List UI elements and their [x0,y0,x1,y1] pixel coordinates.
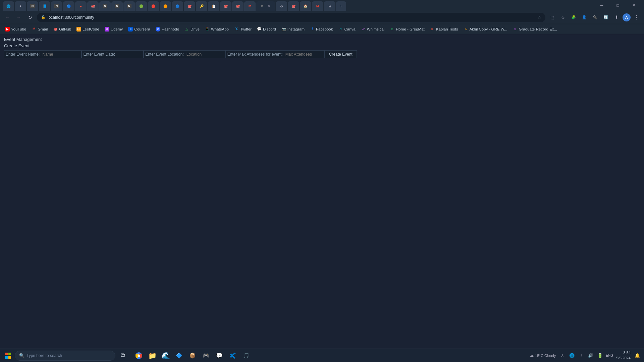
tab-15[interactable]: 🔵 [172,1,183,11]
bookmark-youtube[interactable]: ▶ YouTube [3,26,29,33]
bookmark-facebook[interactable]: f Facebook [308,26,335,33]
tab-3[interactable]: N [27,1,38,11]
tab-17-icon: 🔑 [199,4,204,8]
bookmark-udemy[interactable]: U Udemy [102,26,125,33]
bookmark-kaplan[interactable]: K Kaplan Tests [428,26,461,33]
tab-18[interactable]: 📋 [208,1,219,11]
menu-icon[interactable]: ⋮ [632,13,641,22]
tab-21[interactable]: M [244,1,256,11]
ime-icon[interactable]: ENG [605,352,613,360]
tab-4[interactable]: 📘 [39,1,50,11]
tab-27[interactable]: 🖥 [324,1,335,11]
taskbar-app-8[interactable]: 💬 [213,350,225,362]
bookmark-icon[interactable]: ☆ [558,13,568,22]
bookmark-whimsical[interactable]: W Whimsical [359,26,387,33]
extension2-icon[interactable]: 🔌 [590,13,600,22]
tab-22-icon: × [260,4,264,8]
bookmark-twitter[interactable]: 𝕏 Twitter [232,26,254,33]
tab-9[interactable]: N [99,1,111,11]
clock[interactable]: 8:54 5/5/2024 [616,350,631,361]
taskbar-app-chrome[interactable] [133,350,145,362]
bookmark-canva[interactable]: C Canva [336,26,358,33]
bookmark-kaplan-label: Kaplan Tests [436,27,458,31]
taskbar-app-task-view[interactable]: ⧉ [117,350,129,362]
bookmark-discord-label: Discord [263,27,276,31]
chevron-up-icon[interactable]: ∧ [558,352,567,360]
bookmark-gmail[interactable]: M Gmail [29,26,50,33]
address-bar[interactable]: 🔒 localhost:3000/community ☆ [37,13,545,22]
volume-icon[interactable]: 🔊 [587,352,595,360]
tab-22-close[interactable]: ✕ [266,3,272,9]
tab-1[interactable]: 🌐 [3,1,14,11]
taskbar-app-10[interactable]: 🎵 [240,350,252,362]
battery-icon[interactable]: 🔋 [596,352,604,360]
download-icon[interactable]: ⬇ [612,13,621,22]
tab-24[interactable]: 🐙 [288,1,299,11]
tab-new[interactable]: + [336,1,346,11]
tab-20[interactable]: 🐙 [232,1,244,11]
bookmark-leetcode[interactable]: LC LeetCode [74,26,102,33]
tab-16[interactable]: 🐙 [184,1,195,11]
taskbar-app-edge[interactable]: 🌊 [160,350,172,362]
event-date-input[interactable] [116,52,143,57]
profile-icon[interactable]: 👤 [580,13,589,22]
taskbar-app-vscode[interactable] [227,350,239,362]
kaplan-favicon: K [430,27,435,32]
bookmark-instagram[interactable]: 📷 Instagram [279,26,307,33]
tab-2[interactable]: ✦ [15,1,26,11]
tab-8[interactable]: 🐙 [87,1,99,11]
cast-icon[interactable]: ⬚ [547,13,557,22]
tab-17[interactable]: 🔑 [196,1,207,11]
user-avatar[interactable]: A [623,13,631,21]
taskbar-search-bar[interactable]: 🔍 Type here to search [15,351,115,361]
taskbar-app-6[interactable]: 📦 [186,350,199,362]
event-location-input[interactable] [185,52,225,57]
close-button[interactable]: ✕ [627,1,641,10]
taskbar-app-explorer[interactable]: 📁 [146,350,158,362]
bookmark-gregmat[interactable]: G Home - GregMat [387,26,427,33]
bluetooth-icon[interactable]: ᛒ [577,352,585,360]
maximize-button[interactable]: □ [610,1,625,10]
tab-12[interactable]: 🟢 [136,1,147,11]
bookmark-whatsapp[interactable]: 📱 WhatsApp [203,26,231,33]
tab-22-active[interactable]: × ✕ [256,1,275,11]
bookmark-gre[interactable]: G Graduate Record Ex... [511,26,559,33]
tab-23[interactable]: ⚙ [276,1,287,11]
tab-6[interactable]: 🔵 [63,1,74,11]
bookmark-drive[interactable]: △ Drive [182,26,202,33]
tab-19[interactable]: 🐙 [220,1,231,11]
start-button[interactable] [3,350,13,361]
event-name-label: Enter Event Name: [4,52,41,57]
refresh-button[interactable]: ↻ [25,13,35,22]
time-display: 8:54 [616,350,631,355]
create-event-button[interactable]: Create Event [325,50,357,58]
bookmark-coursera[interactable]: C Coursera [126,26,152,33]
leetcode-favicon: LC [76,27,81,32]
extension-icon[interactable]: 🧩 [569,13,578,22]
bookmark-akhil[interactable]: A Akhil Copy - GRE W... [461,26,509,33]
sync-icon[interactable]: 🔄 [601,13,610,22]
taskbar-right: ☁ 15°C Cloudy ∧ 🌐 ᛒ 🔊 🔋 ENG 8:54 5/5/202… [530,350,641,361]
back-button[interactable]: ← [3,13,12,22]
tab-11[interactable]: N [123,1,135,11]
tab-14[interactable]: 🟠 [160,1,171,11]
taskbar-app-5[interactable]: 🔷 [173,350,185,362]
forward-button[interactable]: → [14,13,23,22]
tab-10[interactable]: N [111,1,123,11]
bookmark-hashnode[interactable]: # Hashnode [153,26,181,33]
tab-25[interactable]: 🏠 [300,1,311,11]
tab-7[interactable]: ● [75,1,87,11]
event-max-attendees-input[interactable] [284,52,324,57]
network-icon[interactable]: 🌐 [568,352,576,360]
tab-13[interactable]: 🔴 [148,1,159,11]
tab-5[interactable]: N [51,1,62,11]
minimize-button[interactable]: ─ [594,1,609,10]
tab-26[interactable]: M [312,1,323,11]
bookmark-discord[interactable]: 💬 Discord [255,26,278,33]
taskbar-app-xbox[interactable]: 🎮 [200,350,212,362]
event-date-label: Enter Event Date: [82,52,116,57]
bookmark-github[interactable]: 🐙 GitHub [51,26,73,33]
url-display[interactable]: localhost:3000/community [48,15,536,20]
event-name-input[interactable] [41,52,81,57]
notification-icon[interactable]: 🔔 [633,352,641,360]
